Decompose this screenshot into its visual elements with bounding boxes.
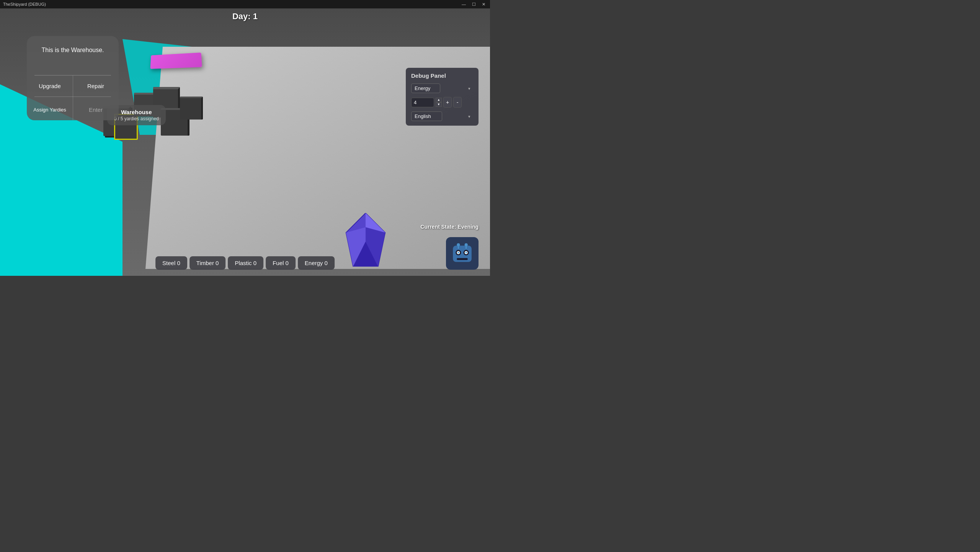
debug-energy-row: Energy Steel Timber Plastic Fuel — [411, 84, 473, 93]
debug-panel-title: Debug Panel — [411, 72, 473, 79]
resource-bar: Steel 0 Timber 0 Plastic 0 Fuel 0 Energy… — [154, 256, 336, 270]
day-counter: Day: 1 — [232, 11, 258, 21]
blue-gem — [341, 213, 390, 268]
resource-fuel: Fuel 0 — [266, 256, 296, 270]
repair-button[interactable]: Repair — [73, 75, 119, 97]
game-viewport: Day: 1 This is the Warehouse. Upgrade Re… — [0, 8, 490, 276]
godot-logo — [446, 237, 479, 270]
resource-steel: Steel 0 — [155, 256, 187, 270]
svg-point-14 — [465, 243, 468, 246]
svg-point-10 — [457, 252, 459, 253]
block-5 — [180, 97, 203, 120]
minus-button[interactable]: - — [453, 97, 462, 108]
panel-col-divider — [73, 75, 73, 120]
svg-point-11 — [466, 252, 467, 253]
energy-select-wrapper: Energy Steel Timber Plastic Fuel — [411, 84, 473, 93]
resource-timber: Timber 0 — [189, 256, 226, 270]
warehouse-popup-subtitle: 0 / 5 yardies assigned — [114, 116, 159, 121]
resource-energy: Energy 0 — [298, 256, 335, 270]
warehouse-popup-title: Warehouse — [114, 109, 159, 115]
close-button[interactable]: ✕ — [480, 2, 487, 7]
titlebar-title: TheShipyard (DEBUG) — [3, 2, 46, 7]
assign-yardies-button[interactable]: Assign Yardies — [27, 99, 73, 120]
plus-button[interactable]: + — [443, 97, 452, 108]
godot-logo-svg — [450, 241, 475, 266]
language-select[interactable]: English Spanish French — [411, 111, 442, 121]
svg-point-13 — [457, 243, 460, 246]
current-state-label: Current State: Evening — [420, 224, 479, 230]
titlebar: TheShipyard (DEBUG) — ☐ ✕ — [0, 0, 490, 8]
minimize-button[interactable]: — — [460, 2, 467, 7]
titlebar-controls: — ☐ ✕ — [460, 2, 487, 7]
debug-language-row: English Spanish French — [411, 111, 473, 121]
spin-up-button[interactable]: ▲ — [436, 98, 442, 102]
upgrade-button[interactable]: Upgrade — [27, 75, 73, 97]
building-description: This is the Warehouse. — [27, 36, 119, 75]
enter-button[interactable]: Enter — [73, 99, 119, 120]
energy-select[interactable]: Energy Steel Timber Plastic Fuel — [411, 84, 440, 93]
svg-rect-12 — [457, 258, 467, 260]
resource-plastic: Plastic 0 — [228, 256, 263, 270]
debug-spin: ▲ ▼ — [436, 98, 442, 107]
debug-number-row: 4 ▲ ▼ + - — [411, 97, 473, 108]
building-panel: This is the Warehouse. Upgrade Repair As… — [27, 36, 119, 120]
debug-panel: Debug Panel Energy Steel Timber Plastic … — [406, 68, 479, 126]
building-panel-actions: Upgrade Repair Assign Yardies Enter — [27, 75, 119, 120]
language-select-wrapper: English Spanish French — [411, 111, 473, 121]
debug-number-input[interactable]: 4 — [411, 98, 434, 107]
pink-block — [150, 52, 202, 69]
spin-down-button[interactable]: ▼ — [436, 102, 442, 107]
maximize-button[interactable]: ☐ — [470, 2, 477, 7]
